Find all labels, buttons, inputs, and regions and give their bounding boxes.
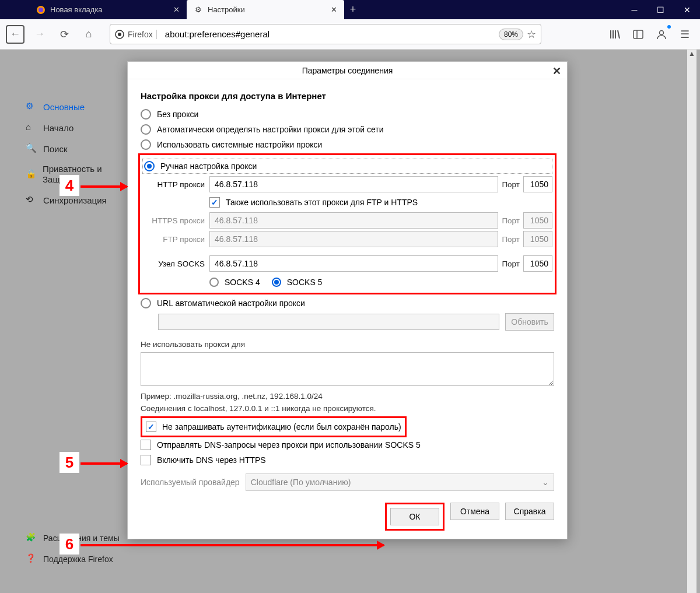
arrow-icon bbox=[80, 185, 127, 188]
svg-point-3 bbox=[118, 33, 121, 36]
port-label: Порт bbox=[498, 180, 523, 189]
minimize-button[interactable]: ─ bbox=[621, 0, 648, 19]
socks-port-input[interactable] bbox=[523, 255, 552, 272]
url-input[interactable] bbox=[160, 29, 499, 39]
close-icon[interactable]: ✕ bbox=[173, 5, 180, 14]
ftp-proxy-label: FTP прокси bbox=[142, 235, 209, 244]
provider-label: Используемый провайдер bbox=[141, 478, 240, 487]
sidebar-item-home[interactable]: ⌂Начало bbox=[23, 117, 128, 138]
reload-button[interactable]: ⟳ bbox=[55, 25, 74, 44]
menu-icon[interactable]: ☰ bbox=[676, 25, 694, 44]
section-title: Настройка прокси для доступа в Интернет bbox=[141, 91, 554, 101]
close-icon[interactable]: ✕ bbox=[331, 5, 337, 14]
svg-point-6 bbox=[660, 30, 664, 34]
dialog-footer: ОК Отмена Справка bbox=[128, 497, 567, 539]
help-button[interactable]: Справка bbox=[505, 503, 554, 520]
home-icon: ⌂ bbox=[26, 122, 37, 134]
pac-url-input bbox=[158, 314, 499, 330]
annotation-box-5: Не запрашивать аутентификацию (если был … bbox=[141, 416, 407, 437]
svg-rect-4 bbox=[634, 30, 643, 38]
tab-label: Новая вкладка bbox=[50, 5, 103, 14]
cancel-button[interactable]: Отмена bbox=[450, 503, 499, 520]
no-proxy-textarea[interactable] bbox=[141, 352, 554, 386]
zoom-badge[interactable]: 80% bbox=[499, 29, 523, 40]
example-text: Пример: .mozilla-russia.org, .net.nz, 19… bbox=[141, 392, 554, 401]
dialog-title: Параметры соединения ✕ bbox=[128, 62, 567, 79]
port-label: Порт bbox=[498, 235, 523, 244]
annotation-box-4: Ручная настройка прокси HTTP прокси Порт… bbox=[138, 153, 556, 294]
scroll-up-icon[interactable]: ▲ bbox=[687, 50, 696, 59]
window-controls: ─ ☐ ✕ bbox=[621, 0, 700, 19]
radio-socks4[interactable]: SOCKS 4 bbox=[209, 275, 260, 289]
lock-icon: 🔒 bbox=[26, 169, 37, 180]
gear-icon: ⚙ bbox=[26, 101, 37, 113]
connection-settings-dialog: Параметры соединения ✕ Настройка прокси … bbox=[127, 61, 568, 539]
radio-no-proxy[interactable]: Без прокси bbox=[141, 107, 554, 122]
puzzle-icon: 🧩 bbox=[26, 532, 37, 544]
tab-inactive[interactable]: Новая вкладка ✕ bbox=[29, 0, 187, 19]
dns-socks-check[interactable]: Отправлять DNS-запросы через прокси при … bbox=[141, 437, 554, 452]
http-port-input[interactable] bbox=[523, 176, 552, 192]
firefox-icon bbox=[36, 5, 46, 15]
tab-strip: Новая вкладка ✕ ⚙ Настройки ✕ + bbox=[0, 0, 362, 19]
dialog-close-icon[interactable]: ✕ bbox=[552, 65, 561, 78]
star-icon[interactable]: ☆ bbox=[527, 28, 536, 41]
scrollbar[interactable]: ▲ bbox=[687, 50, 696, 593]
https-proxy-input bbox=[209, 212, 498, 229]
no-proxy-label: Не использовать прокси для bbox=[141, 340, 554, 349]
https-proxy-label: HTTPS прокси bbox=[142, 216, 209, 225]
window-titlebar: Новая вкладка ✕ ⚙ Настройки ✕ + ─ ☐ ✕ bbox=[0, 0, 700, 19]
home-button[interactable]: ⌂ bbox=[79, 25, 98, 44]
forward-button[interactable]: → bbox=[30, 25, 49, 44]
close-button[interactable]: ✕ bbox=[674, 0, 700, 19]
arrow-icon bbox=[80, 544, 384, 546]
socks-label: Узел SOCKS bbox=[142, 259, 209, 268]
annotation-5: 5 bbox=[60, 452, 79, 473]
nav-toolbar: ← → ⟳ ⌂ Firefox 80% ☆ ☰ bbox=[0, 19, 700, 50]
identity-box: Firefox bbox=[115, 30, 157, 39]
tab-active[interactable]: ⚙ Настройки ✕ bbox=[187, 0, 344, 19]
content-area: ⚙Основные ⌂Начало 🔍Поиск 🔒Приватность и … bbox=[0, 50, 700, 593]
back-button[interactable]: ← bbox=[6, 25, 24, 44]
maximize-button[interactable]: ☐ bbox=[648, 0, 674, 19]
arrow-icon bbox=[80, 462, 127, 465]
gear-icon: ⚙ bbox=[194, 5, 203, 15]
ok-button[interactable]: ОК bbox=[390, 508, 439, 525]
account-icon[interactable] bbox=[652, 25, 671, 44]
help-icon: ❓ bbox=[26, 553, 37, 565]
port-label: Порт bbox=[498, 259, 523, 268]
radio-socks5[interactable]: SOCKS 5 bbox=[272, 275, 323, 289]
sidebar-icon[interactable] bbox=[629, 25, 648, 44]
radio-manual[interactable]: Ручная настройка прокси bbox=[142, 159, 552, 174]
annotation-4: 4 bbox=[60, 175, 79, 196]
radio-pac[interactable]: URL автоматической настройки прокси bbox=[141, 296, 554, 311]
radio-system[interactable]: Использовать системные настройки прокси bbox=[141, 137, 554, 152]
search-icon: 🔍 bbox=[26, 143, 37, 155]
reload-button: Обновить bbox=[505, 313, 554, 331]
radio-auto-detect[interactable]: Автоматически определять настройки прокс… bbox=[141, 122, 554, 137]
sync-icon: ⟲ bbox=[26, 194, 37, 206]
svg-point-1 bbox=[38, 8, 43, 12]
checkbox-icon[interactable] bbox=[209, 197, 220, 208]
chevron-down-icon: ⌄ bbox=[542, 478, 549, 487]
sidebar-item-general[interactable]: ⚙Основные bbox=[23, 96, 128, 117]
use-for-all-check[interactable]: Также использовать этот прокси для FTP и… bbox=[142, 195, 552, 210]
port-label: Порт bbox=[498, 216, 523, 225]
http-proxy-input[interactable] bbox=[209, 176, 498, 192]
library-icon[interactable] bbox=[606, 25, 624, 44]
http-proxy-label: HTTP прокси bbox=[142, 180, 209, 189]
checkbox-icon[interactable] bbox=[146, 422, 156, 432]
url-bar[interactable]: Firefox 80% ☆ bbox=[110, 24, 541, 44]
socks-input[interactable] bbox=[209, 255, 498, 272]
localhost-note: Соединения с localhost, 127.0.0.1 и ::1 … bbox=[141, 404, 554, 413]
annotation-6: 6 bbox=[60, 534, 79, 555]
ftp-proxy-input bbox=[209, 231, 498, 247]
tab-label: Настройки bbox=[208, 5, 245, 14]
sidebar-item-search[interactable]: 🔍Поиск bbox=[23, 138, 128, 159]
dns-https-check[interactable]: Включить DNS через HTTPS bbox=[141, 452, 554, 468]
new-tab-button[interactable]: + bbox=[344, 3, 362, 16]
https-port-input bbox=[523, 212, 552, 229]
ftp-port-input bbox=[523, 231, 552, 247]
provider-select: Cloudflare (По умолчанию)⌄ bbox=[246, 473, 554, 491]
auth-check[interactable]: Не запрашивать аутентификацию (если был … bbox=[145, 420, 402, 433]
